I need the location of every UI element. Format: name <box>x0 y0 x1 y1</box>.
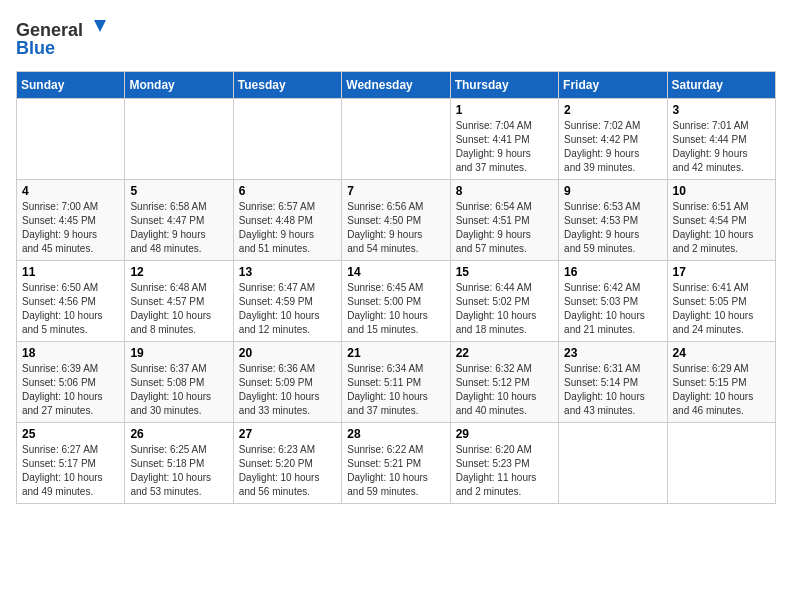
calendar-cell: 14Sunrise: 6:45 AM Sunset: 5:00 PM Dayli… <box>342 261 450 342</box>
day-info: Sunrise: 6:34 AM Sunset: 5:11 PM Dayligh… <box>347 362 444 418</box>
day-info: Sunrise: 6:23 AM Sunset: 5:20 PM Dayligh… <box>239 443 336 499</box>
day-info: Sunrise: 6:37 AM Sunset: 5:08 PM Dayligh… <box>130 362 227 418</box>
calendar-cell: 10Sunrise: 6:51 AM Sunset: 4:54 PM Dayli… <box>667 180 775 261</box>
calendar-cell: 4Sunrise: 7:00 AM Sunset: 4:45 PM Daylig… <box>17 180 125 261</box>
day-info: Sunrise: 6:32 AM Sunset: 5:12 PM Dayligh… <box>456 362 553 418</box>
day-info: Sunrise: 6:29 AM Sunset: 5:15 PM Dayligh… <box>673 362 770 418</box>
day-number: 28 <box>347 427 444 441</box>
calendar-cell: 8Sunrise: 6:54 AM Sunset: 4:51 PM Daylig… <box>450 180 558 261</box>
day-number: 3 <box>673 103 770 117</box>
calendar-cell: 18Sunrise: 6:39 AM Sunset: 5:06 PM Dayli… <box>17 342 125 423</box>
calendar-cell: 7Sunrise: 6:56 AM Sunset: 4:50 PM Daylig… <box>342 180 450 261</box>
svg-text:Blue: Blue <box>16 38 55 58</box>
col-header-friday: Friday <box>559 72 667 99</box>
day-info: Sunrise: 7:02 AM Sunset: 4:42 PM Dayligh… <box>564 119 661 175</box>
calendar-cell: 27Sunrise: 6:23 AM Sunset: 5:20 PM Dayli… <box>233 423 341 504</box>
day-number: 9 <box>564 184 661 198</box>
calendar-cell: 5Sunrise: 6:58 AM Sunset: 4:47 PM Daylig… <box>125 180 233 261</box>
calendar-cell <box>233 99 341 180</box>
calendar-cell: 15Sunrise: 6:44 AM Sunset: 5:02 PM Dayli… <box>450 261 558 342</box>
calendar-week-row: 1Sunrise: 7:04 AM Sunset: 4:41 PM Daylig… <box>17 99 776 180</box>
calendar-cell: 2Sunrise: 7:02 AM Sunset: 4:42 PM Daylig… <box>559 99 667 180</box>
calendar-cell: 25Sunrise: 6:27 AM Sunset: 5:17 PM Dayli… <box>17 423 125 504</box>
day-info: Sunrise: 7:04 AM Sunset: 4:41 PM Dayligh… <box>456 119 553 175</box>
day-number: 1 <box>456 103 553 117</box>
day-info: Sunrise: 6:58 AM Sunset: 4:47 PM Dayligh… <box>130 200 227 256</box>
day-info: Sunrise: 6:50 AM Sunset: 4:56 PM Dayligh… <box>22 281 119 337</box>
day-number: 8 <box>456 184 553 198</box>
day-info: Sunrise: 6:27 AM Sunset: 5:17 PM Dayligh… <box>22 443 119 499</box>
day-info: Sunrise: 6:36 AM Sunset: 5:09 PM Dayligh… <box>239 362 336 418</box>
day-info: Sunrise: 7:00 AM Sunset: 4:45 PM Dayligh… <box>22 200 119 256</box>
page-header: GeneralBlue <box>16 16 776 61</box>
calendar-week-row: 25Sunrise: 6:27 AM Sunset: 5:17 PM Dayli… <box>17 423 776 504</box>
calendar-cell <box>17 99 125 180</box>
day-number: 13 <box>239 265 336 279</box>
calendar-header-row: SundayMondayTuesdayWednesdayThursdayFrid… <box>17 72 776 99</box>
day-number: 10 <box>673 184 770 198</box>
calendar-cell <box>667 423 775 504</box>
calendar-cell: 1Sunrise: 7:04 AM Sunset: 4:41 PM Daylig… <box>450 99 558 180</box>
calendar-cell: 9Sunrise: 6:53 AM Sunset: 4:53 PM Daylig… <box>559 180 667 261</box>
day-info: Sunrise: 6:53 AM Sunset: 4:53 PM Dayligh… <box>564 200 661 256</box>
day-number: 7 <box>347 184 444 198</box>
day-info: Sunrise: 6:57 AM Sunset: 4:48 PM Dayligh… <box>239 200 336 256</box>
day-info: Sunrise: 6:22 AM Sunset: 5:21 PM Dayligh… <box>347 443 444 499</box>
col-header-monday: Monday <box>125 72 233 99</box>
calendar-cell: 16Sunrise: 6:42 AM Sunset: 5:03 PM Dayli… <box>559 261 667 342</box>
calendar-cell: 26Sunrise: 6:25 AM Sunset: 5:18 PM Dayli… <box>125 423 233 504</box>
calendar-cell <box>559 423 667 504</box>
calendar-cell: 19Sunrise: 6:37 AM Sunset: 5:08 PM Dayli… <box>125 342 233 423</box>
day-info: Sunrise: 6:47 AM Sunset: 4:59 PM Dayligh… <box>239 281 336 337</box>
day-info: Sunrise: 6:48 AM Sunset: 4:57 PM Dayligh… <box>130 281 227 337</box>
calendar-cell: 21Sunrise: 6:34 AM Sunset: 5:11 PM Dayli… <box>342 342 450 423</box>
day-info: Sunrise: 6:54 AM Sunset: 4:51 PM Dayligh… <box>456 200 553 256</box>
day-number: 26 <box>130 427 227 441</box>
day-number: 5 <box>130 184 227 198</box>
calendar-week-row: 11Sunrise: 6:50 AM Sunset: 4:56 PM Dayli… <box>17 261 776 342</box>
day-info: Sunrise: 7:01 AM Sunset: 4:44 PM Dayligh… <box>673 119 770 175</box>
calendar-cell <box>125 99 233 180</box>
calendar-cell: 20Sunrise: 6:36 AM Sunset: 5:09 PM Dayli… <box>233 342 341 423</box>
calendar-cell: 24Sunrise: 6:29 AM Sunset: 5:15 PM Dayli… <box>667 342 775 423</box>
day-info: Sunrise: 6:20 AM Sunset: 5:23 PM Dayligh… <box>456 443 553 499</box>
day-number: 11 <box>22 265 119 279</box>
svg-marker-1 <box>94 20 106 32</box>
calendar-table: SundayMondayTuesdayWednesdayThursdayFrid… <box>16 71 776 504</box>
day-info: Sunrise: 6:51 AM Sunset: 4:54 PM Dayligh… <box>673 200 770 256</box>
day-info: Sunrise: 6:56 AM Sunset: 4:50 PM Dayligh… <box>347 200 444 256</box>
day-number: 16 <box>564 265 661 279</box>
calendar-cell: 22Sunrise: 6:32 AM Sunset: 5:12 PM Dayli… <box>450 342 558 423</box>
logo-svg: GeneralBlue <box>16 16 116 61</box>
col-header-wednesday: Wednesday <box>342 72 450 99</box>
day-number: 21 <box>347 346 444 360</box>
day-number: 14 <box>347 265 444 279</box>
calendar-cell <box>342 99 450 180</box>
logo: GeneralBlue <box>16 16 116 61</box>
day-info: Sunrise: 6:31 AM Sunset: 5:14 PM Dayligh… <box>564 362 661 418</box>
day-number: 24 <box>673 346 770 360</box>
col-header-tuesday: Tuesday <box>233 72 341 99</box>
col-header-sunday: Sunday <box>17 72 125 99</box>
calendar-week-row: 4Sunrise: 7:00 AM Sunset: 4:45 PM Daylig… <box>17 180 776 261</box>
calendar-week-row: 18Sunrise: 6:39 AM Sunset: 5:06 PM Dayli… <box>17 342 776 423</box>
day-number: 2 <box>564 103 661 117</box>
day-number: 12 <box>130 265 227 279</box>
calendar-cell: 13Sunrise: 6:47 AM Sunset: 4:59 PM Dayli… <box>233 261 341 342</box>
calendar-cell: 11Sunrise: 6:50 AM Sunset: 4:56 PM Dayli… <box>17 261 125 342</box>
calendar-cell: 3Sunrise: 7:01 AM Sunset: 4:44 PM Daylig… <box>667 99 775 180</box>
day-number: 6 <box>239 184 336 198</box>
day-number: 18 <box>22 346 119 360</box>
day-number: 20 <box>239 346 336 360</box>
day-number: 27 <box>239 427 336 441</box>
day-info: Sunrise: 6:39 AM Sunset: 5:06 PM Dayligh… <box>22 362 119 418</box>
day-number: 4 <box>22 184 119 198</box>
calendar-cell: 6Sunrise: 6:57 AM Sunset: 4:48 PM Daylig… <box>233 180 341 261</box>
day-info: Sunrise: 6:45 AM Sunset: 5:00 PM Dayligh… <box>347 281 444 337</box>
day-number: 23 <box>564 346 661 360</box>
day-info: Sunrise: 6:25 AM Sunset: 5:18 PM Dayligh… <box>130 443 227 499</box>
day-info: Sunrise: 6:41 AM Sunset: 5:05 PM Dayligh… <box>673 281 770 337</box>
col-header-thursday: Thursday <box>450 72 558 99</box>
day-number: 22 <box>456 346 553 360</box>
calendar-cell: 12Sunrise: 6:48 AM Sunset: 4:57 PM Dayli… <box>125 261 233 342</box>
